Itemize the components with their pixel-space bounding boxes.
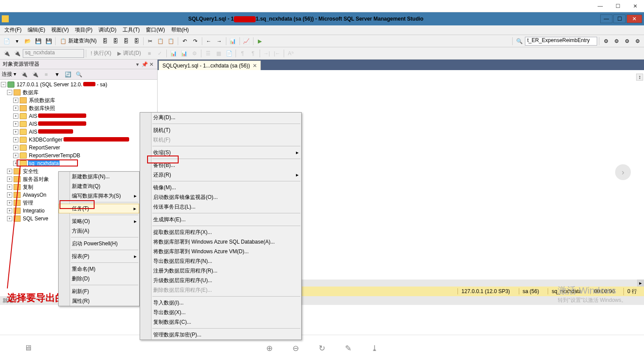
tab-close-icon[interactable]: ✕ <box>253 63 257 69</box>
cut-icon[interactable]: ✂ <box>145 36 155 46</box>
db-engine-query-icon[interactable]: 🗄 <box>100 36 110 46</box>
cm-restore[interactable]: 还原(R)▸ <box>140 170 301 180</box>
cm-manage-enc[interactable]: 管理数据库加密(P)... <box>140 330 301 340</box>
cm-offline[interactable]: 脱机(T) <box>140 125 301 135</box>
dmx-query-icon[interactable]: 🗄 <box>132 36 141 46</box>
oe-pin-icon[interactable]: 📌 <box>141 61 148 67</box>
ssms-max-button[interactable]: ☐ <box>613 14 626 23</box>
menu-help[interactable]: 帮助(H) <box>169 25 192 35</box>
cm-deploy-azure-db[interactable]: 将数据库部署到 Windows Azure SQL Database(A)... <box>140 237 301 247</box>
save-all-icon[interactable]: 💾 <box>44 36 53 46</box>
oe-stop-icon[interactable]: ■ <box>41 70 51 79</box>
new-query-button[interactable]: 📋 新建查询(N) <box>57 36 99 46</box>
zoom-out-icon[interactable]: ⊖ <box>290 342 302 354</box>
execute-button[interactable]: !执行(X) <box>88 49 114 58</box>
indent-icon[interactable]: →| <box>262 49 271 58</box>
cm-delete[interactable]: 删除(D) <box>59 274 139 283</box>
change-conn-icon[interactable]: 🔌 <box>12 49 22 58</box>
scroll-right-icon[interactable]: ▸ <box>637 280 644 287</box>
cm-register-dac[interactable]: 注册为数据层应用程序(R)... <box>140 266 301 276</box>
cm-copy-db[interactable]: 复制数据库(C)... <box>140 317 301 327</box>
tree-db-item[interactable]: +AIS <box>1 120 156 128</box>
oe-connect-icon[interactable]: 🔌 <box>19 70 29 79</box>
oe-close-icon[interactable]: ✕ <box>148 61 155 67</box>
download-icon[interactable]: ⤓ <box>369 342 381 354</box>
database-combo[interactable]: sq_ncxhdata <box>23 49 84 58</box>
rotate-icon[interactable]: ↻ <box>316 342 328 354</box>
cm-new-db[interactable]: 新建数据库(N)... <box>59 172 139 181</box>
analysis-query-icon[interactable]: 🗄 <box>111 36 120 46</box>
undo-icon[interactable]: ↶ <box>180 36 190 46</box>
oe-filter-icon[interactable]: ▼ <box>52 70 62 79</box>
os-min-button[interactable]: — <box>591 1 609 11</box>
cm-extract-dac[interactable]: 提取数据层应用程序(X)... <box>140 227 301 237</box>
menu-view[interactable]: 视图(V) <box>49 25 71 35</box>
copy-icon[interactable]: 📋 <box>156 36 165 46</box>
props-icon[interactable]: 📊 <box>228 36 238 46</box>
cm-policies[interactable]: 策略(O)▸ <box>59 216 139 226</box>
ssms-close-button[interactable]: ✕ <box>626 14 642 23</box>
tree-databases[interactable]: −数据库 <box>1 88 156 96</box>
os-close-button[interactable]: ✕ <box>626 1 644 11</box>
cm-powershell[interactable]: 启动 PowerShell(H) <box>59 239 139 248</box>
misc-icon-4[interactable]: ⚙ <box>633 36 642 46</box>
cm-reports[interactable]: 报表(P)▸ <box>59 251 139 261</box>
cm-export-data[interactable]: 导出数据(X)... <box>140 308 301 317</box>
tree-db-item[interactable]: +AIS <box>1 128 156 136</box>
specify-values-icon[interactable]: Aᵇ <box>286 49 296 58</box>
cm-export-dac[interactable]: 导出数据层应用程序(N)... <box>140 256 301 266</box>
cm-mirror[interactable]: 镜像(M)... <box>140 183 301 192</box>
oe-connect-label[interactable]: 连接 ▾ <box>2 71 16 78</box>
oe-disconnect-icon[interactable]: 🔌 <box>30 70 40 79</box>
menu-edit[interactable]: 编辑(E) <box>25 25 48 35</box>
cm-script-db[interactable]: 编写数据库脚本为(S)▸ <box>59 191 139 201</box>
menu-project[interactable]: 项目(P) <box>72 25 95 35</box>
cm-props[interactable]: 属性(R) <box>59 296 139 306</box>
oe-dropdown-icon[interactable]: ▾ <box>134 61 141 67</box>
cm-rename[interactable]: 重命名(M) <box>59 264 139 274</box>
options-icon[interactable]: ⚙ <box>190 49 199 58</box>
find-icon[interactable]: 🔍 <box>514 36 524 46</box>
activity-icon[interactable]: 📈 <box>242 36 251 46</box>
results-file-icon[interactable]: 📄 <box>224 49 234 58</box>
zoom-in-icon[interactable]: ⊕ <box>264 342 276 354</box>
oe-refresh-icon[interactable]: 🔄 <box>63 70 73 79</box>
cm-launch-monitor[interactable]: 启动数据库镜像监视器(O)... <box>140 192 301 202</box>
tree-db-item[interactable]: +K3DBConfiger <box>1 136 156 144</box>
stop-icon[interactable]: ■ <box>144 49 154 58</box>
debug-button[interactable]: ▶调试(D) <box>115 49 144 58</box>
cm-refresh[interactable]: 刷新(F) <box>59 287 139 296</box>
new-project-icon[interactable]: 📄 <box>2 36 11 46</box>
connect-icon[interactable]: 🔌 <box>2 49 11 58</box>
cm-upgrade-dac[interactable]: 升级数据层应用程序(U)... <box>140 276 301 285</box>
misc-icon-3[interactable]: ⚙ <box>622 36 632 46</box>
paste-icon[interactable]: 📋 <box>166 36 176 46</box>
table-combo[interactable]: t_ER_ExpenseReimbEntry <box>525 37 597 46</box>
menu-window[interactable]: 窗口(W) <box>143 25 167 35</box>
execute-icon[interactable]: ▶ <box>255 36 265 46</box>
oe-search-icon[interactable]: 🔍 <box>74 70 84 79</box>
tree-server[interactable]: −127.0.0.1 (SQL Server 12.0. - sa) <box>1 81 156 88</box>
nav-next-button[interactable]: › <box>615 164 631 180</box>
uncomment-icon[interactable]: ¶ <box>248 49 258 58</box>
cm-detach[interactable]: 分离(D)... <box>140 113 301 122</box>
cm-shrink[interactable]: 收缩(S)▸ <box>140 148 301 157</box>
desktop-icon[interactable]: 🖥 <box>22 342 34 354</box>
tree-db-reportservertemp[interactable]: +ReportServerTempDB <box>1 152 156 159</box>
nav-fwd-icon[interactable]: → <box>215 36 224 46</box>
open-icon[interactable]: 📂 <box>23 36 32 46</box>
tree-sysdb[interactable]: +系统数据库 <box>1 96 156 104</box>
scroll-toggle-icon[interactable]: ↕ <box>636 74 643 81</box>
tab-sqlquery1[interactable]: SQLQuery1.sql - 1...cxhdata (sa (56)) ✕ <box>158 60 261 70</box>
os-max-button[interactable]: ☐ <box>609 1 626 11</box>
tree-db-selected[interactable]: +sq_ncxhdata <box>1 159 156 167</box>
plan-icon[interactable]: 📊 <box>169 49 178 58</box>
comment-icon[interactable]: ¶ <box>238 49 247 58</box>
menu-debug[interactable]: 调试(D) <box>96 25 119 35</box>
cm-new-query[interactable]: 新建查询(Q) <box>59 181 139 191</box>
estplan-icon[interactable]: 📊 <box>179 49 189 58</box>
cm-deploy-azure-vm[interactable]: 将数据库部署到 Windows Azure VM(D)... <box>140 247 301 256</box>
redo-icon[interactable]: ↷ <box>190 36 200 46</box>
save-icon[interactable]: 💾 <box>33 36 43 46</box>
cm-tasks[interactable]: 任务(T)▸ <box>59 204 139 213</box>
